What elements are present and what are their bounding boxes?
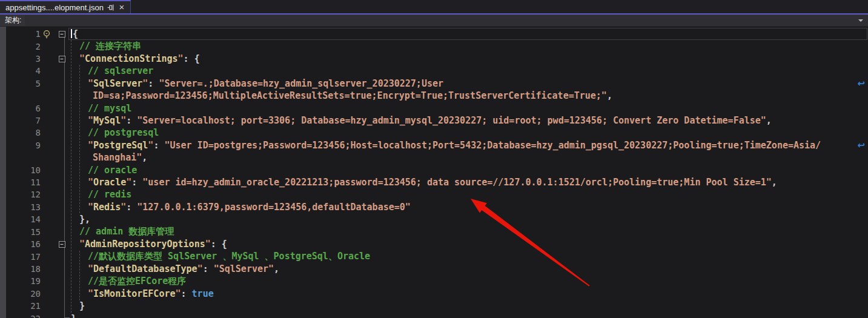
schema-dropdown[interactable]: [25, 15, 868, 26]
code-line[interactable]: ID=sa;Password=123456;MultipleActiveResu…: [0, 90, 868, 102]
fold-toggle[interactable]: −: [59, 241, 65, 248]
code-line[interactable]: 3−"ConnectionStrings": {: [0, 53, 868, 65]
line-number: 7: [0, 116, 41, 125]
fold-toggle[interactable]: −: [59, 31, 65, 38]
code-text: {: [71, 28, 78, 39]
line-number: 8: [0, 128, 41, 137]
code-line[interactable]: 19//是否监控EFCore程序: [0, 275, 868, 287]
code-line[interactable]: 5"SqlServer": "Server=.;Database=hzy_adm…: [0, 78, 868, 90]
code-line[interactable]: 10// oracle: [0, 164, 868, 176]
line-number: 15: [0, 227, 41, 237]
line-number: 11: [0, 177, 41, 187]
code-text: // mysql: [71, 103, 131, 114]
line-number: 1: [0, 29, 41, 39]
line-number: 13: [0, 202, 41, 212]
code-line[interactable]: 1−{: [0, 28, 868, 40]
code-lines: 1−{2// 连接字符串3−"ConnectionStrings": {4// …: [0, 28, 868, 318]
code-text: "IsMonitorEFCore": true: [71, 288, 214, 299]
schema-bar: 架构:: [0, 15, 868, 27]
code-line[interactable]: 22}: [0, 312, 868, 318]
line-number: 9: [0, 141, 41, 150]
schema-label: 架构:: [0, 15, 25, 25]
code-text: }: [71, 300, 85, 311]
lightbulb-icon[interactable]: [41, 28, 53, 40]
fold-toggle[interactable]: −: [59, 56, 65, 62]
code-text: // 连接字符串: [71, 41, 141, 52]
line-number: 12: [0, 190, 41, 199]
code-text: "PostgreSql": "User ID=postgres;Password…: [71, 140, 821, 151]
code-line[interactable]: 6// mysql: [0, 102, 868, 114]
code-line[interactable]: Shanghai",: [0, 151, 868, 164]
text-caret: [71, 29, 72, 38]
code-text: "ConnectionStrings": {: [71, 53, 200, 64]
code-text: // admin 数据库管理: [71, 226, 174, 237]
line-number: 22: [0, 314, 41, 318]
code-text: "MySql": "Server=localhost; port=3306; D…: [71, 115, 772, 126]
close-icon[interactable]: ×: [117, 2, 127, 12]
code-line[interactable]: 18"DefaultDatabaseType": "SqlServer",: [0, 263, 868, 275]
line-number: 18: [0, 264, 41, 274]
code-text: "DefaultDatabaseType": "SqlServer",: [71, 263, 279, 274]
line-number: 2: [0, 42, 41, 51]
code-line[interactable]: 4// sqlserver: [0, 65, 868, 77]
code-line[interactable]: 14},: [0, 213, 868, 225]
line-number: 4: [0, 66, 41, 76]
word-wrap-return-icon: ↩: [857, 78, 865, 89]
document-tab[interactable]: appsettings....elopment.json ×: [0, 0, 131, 13]
line-number: 20: [0, 289, 41, 299]
current-line-highlight: [68, 28, 867, 40]
line-number: 10: [0, 165, 41, 175]
code-text: // sqlserver: [71, 65, 153, 76]
line-number: 19: [0, 276, 41, 286]
code-text: // postgresql: [71, 127, 159, 138]
code-line[interactable]: 7"MySql": "Server=localhost; port=3306; …: [0, 114, 868, 127]
tab-strip: appsettings....elopment.json ×: [0, 0, 868, 15]
word-wrap-return-icon: ↩: [857, 140, 865, 151]
code-text: //默认数据库类型 SqlServer 、MySql 、PostgreSql、O…: [71, 251, 370, 262]
code-text: Shanghai",: [71, 152, 147, 163]
pin-icon[interactable]: [105, 2, 115, 12]
code-line[interactable]: 21}: [0, 300, 868, 312]
line-number: 5: [0, 79, 41, 88]
line-number: 16: [0, 239, 41, 249]
code-text: }: [71, 313, 76, 318]
code-text: // redis: [71, 189, 131, 200]
code-text: "AdminRepositoryOptions": {: [71, 239, 227, 250]
code-line[interactable]: 12// redis: [0, 188, 868, 200]
line-number: 21: [0, 301, 41, 311]
code-text: //是否监控EFCore程序: [71, 276, 186, 287]
code-line[interactable]: 9"PostgreSql": "User ID=postgres;Passwor…: [0, 139, 868, 151]
code-line[interactable]: 11"Oracle": "user id=hzy_admin_oracle_20…: [0, 176, 868, 188]
code-text: },: [71, 214, 90, 225]
line-number: 6: [0, 104, 41, 113]
tab-title: appsettings....elopment.json: [5, 3, 104, 12]
line-number: 3: [0, 54, 41, 64]
code-line[interactable]: 2// 连接字符串: [0, 40, 868, 52]
code-line[interactable]: 20"IsMonitorEFCore": true: [0, 288, 868, 300]
code-editor[interactable]: 1−{2// 连接字符串3−"ConnectionStrings": {4// …: [0, 27, 868, 318]
code-text: "Oracle": "user id=hzy_admin_oracle_2022…: [71, 177, 777, 188]
code-line[interactable]: 16−"AdminRepositoryOptions": {: [0, 238, 868, 250]
code-line[interactable]: 15// admin 数据库管理: [0, 226, 868, 238]
code-text: // oracle: [71, 165, 137, 176]
code-line[interactable]: 8// postgresql: [0, 127, 868, 139]
code-line[interactable]: 17//默认数据库类型 SqlServer 、MySql 、PostgreSql…: [0, 250, 868, 262]
code-text: "SqlServer": "Server=.;Database=hzy_admi…: [71, 78, 443, 89]
code-line[interactable]: 13"Redis": "127.0.0.1:6379,password=1234…: [0, 201, 868, 213]
line-number: 17: [0, 252, 41, 262]
code-text: "Redis": "127.0.0.1:6379,password=123456…: [71, 202, 411, 213]
code-text: ID=sa;Password=123456;MultipleActiveResu…: [71, 90, 612, 101]
chevron-down-icon: [858, 19, 863, 22]
line-number: 14: [0, 214, 41, 224]
